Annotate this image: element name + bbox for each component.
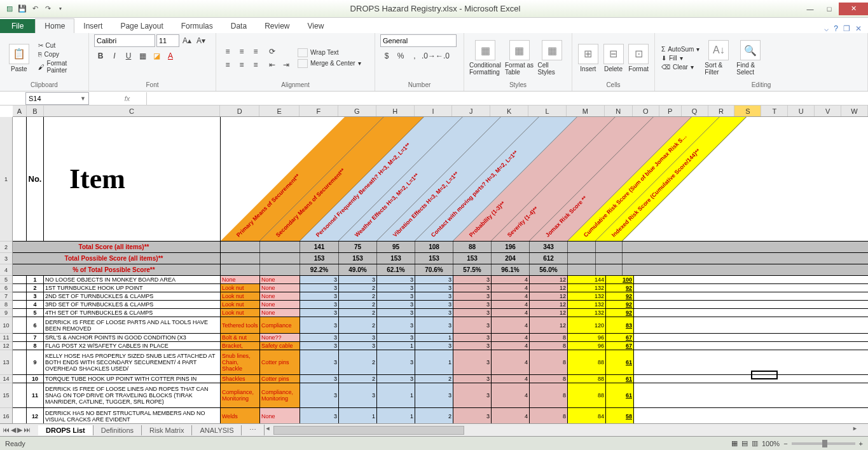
col-header-F[interactable]: F [300,106,338,116]
format-cells-button[interactable]: ⊡Format [628,44,649,72]
col-header-T[interactable]: T [761,106,788,116]
maximize-button[interactable]: □ [820,3,839,15]
col-header-I[interactable]: I [415,106,453,116]
tab-data[interactable]: Data [222,19,256,33]
table-row[interactable]: 6 DERRICK IS FREE OF LOOSE PARTS AND ALL… [13,317,868,334]
align-bottom-icon[interactable]: ≡ [249,45,262,58]
redo-icon[interactable]: ↷ [42,3,53,15]
close-button[interactable]: ✕ [839,3,868,15]
restore-window-icon[interactable]: ❐ [843,24,850,33]
row-header-15[interactable]: 15 [0,383,13,408]
row-header-13[interactable]: 13 [0,350,13,375]
row-header-2[interactable]: 2 [0,242,13,253]
format-painter-button[interactable]: 🖌Format Painter [37,59,83,74]
col-header-W[interactable]: W [841,106,868,116]
view-layout-icon[interactable]: ▤ [741,439,748,447]
number-format-select[interactable] [380,34,457,47]
close-workbook-icon[interactable]: ✕ [855,24,862,33]
minimize-ribbon-icon[interactable]: ⌵ [824,24,829,33]
tab-nav-prev-icon[interactable]: ◀ [11,426,16,434]
font-name-select[interactable] [94,34,155,47]
sort-filter-button[interactable]: A↓Sort & Filter [705,40,733,76]
minimize-button[interactable]: — [801,3,820,15]
col-header-M[interactable]: M [567,106,605,116]
tab-home[interactable]: Home [35,18,74,33]
tab-formulas[interactable]: Formulas [172,19,222,33]
row-header-12[interactable]: 12 [0,342,13,350]
col-header-P[interactable]: P [659,106,682,116]
table-row[interactable]: 3 2ND SET OF TURNBUCKLES & CLAMPS Look n… [13,292,868,301]
tab-page-layout[interactable]: Page Layout [111,19,172,33]
sheet-tab-new[interactable]: ⋯ [242,425,265,435]
row-header-10[interactable]: 10 [0,317,13,334]
row-header-6[interactable]: 6 [0,284,13,292]
sheet-tab-analysis[interactable]: ANALYSIS [192,425,242,435]
col-header-B[interactable]: B [27,106,44,116]
tab-review[interactable]: Review [256,19,298,33]
col-header-S[interactable]: S [734,106,761,116]
col-header-R[interactable]: R [708,106,735,116]
copy-button[interactable]: ⎘Copy [37,50,83,58]
sheet-tab-drops-list[interactable]: DROPS List [38,425,93,435]
col-header-N[interactable]: N [605,106,633,116]
row-header-7[interactable]: 7 [0,292,13,301]
save-icon[interactable]: 💾 [17,3,28,15]
formula-input[interactable] [146,92,868,105]
view-normal-icon[interactable]: ▦ [731,439,738,447]
row-header-1[interactable]: 1 [0,117,13,242]
fx-icon[interactable]: fx [108,95,146,102]
table-row[interactable]: 1 NO LOOSE OBJECTS IN MONKEY BOARD AREA … [13,276,868,284]
increase-decimal-icon[interactable]: .0→ [422,50,435,62]
undo-icon[interactable]: ↶ [29,3,41,15]
qat-dropdown-icon[interactable]: ▾ [55,3,66,15]
clear-button[interactable]: ⌫ Clear ▾ [660,63,701,71]
tab-nav-last-icon[interactable]: ⏭ [24,426,31,434]
fill-color-button[interactable]: ◪ [150,50,163,62]
table-row[interactable]: 5 4TH SET OF TURNBUCKLES & CLAMPS Look n… [13,309,868,317]
align-left-icon[interactable]: ≡ [221,58,234,71]
paste-button[interactable]: 📋Paste [5,44,33,72]
table-row[interactable]: 4 3RD SET OF TURNBUCKLES & CLAMPS Look n… [13,301,868,309]
table-row[interactable]: 11 DERRICK IS FREE OF LOOSE LINES AND RO… [13,383,868,408]
col-header-C[interactable]: C [44,106,220,116]
table-row[interactable]: 8 FLAG POST X2 W/SAFETY CABLES IN PLACE … [13,342,868,350]
decrease-indent-icon[interactable]: ⇤ [266,58,279,71]
name-box[interactable]: S14▼ [25,92,89,105]
sheet-tab-definitions[interactable]: Definitions [93,425,142,435]
col-header-K[interactable]: K [490,106,528,116]
align-right-icon[interactable]: ≡ [249,58,262,71]
italic-button[interactable]: I [108,50,121,62]
bold-button[interactable]: B [94,50,107,62]
font-color-button[interactable]: A [164,50,177,62]
row-header-11[interactable]: 11 [0,334,13,342]
font-size-select[interactable] [156,34,179,47]
align-top-icon[interactable]: ≡ [221,45,234,58]
zoom-out-icon[interactable]: − [783,440,787,447]
row-header-14[interactable]: 14 [0,375,13,383]
col-header-V[interactable]: V [815,106,841,116]
table-row[interactable]: 10 TORQUE TUBE HOOK UP POINT WITH COTTER… [13,375,868,383]
align-middle-icon[interactable]: ≡ [235,45,248,58]
tab-file[interactable]: File [0,19,35,33]
worksheet[interactable]: No. Item Primary Means of Securement**Se… [13,117,868,433]
col-header-L[interactable]: L [528,106,567,116]
col-header-A[interactable]: A [13,106,27,116]
underline-button[interactable]: U [122,50,135,62]
percent-icon[interactable]: % [394,50,407,62]
horizontal-scrollbar[interactable] [265,425,858,435]
tab-insert[interactable]: Insert [74,19,111,33]
table-row[interactable]: 2 1ST TURNBUCKLE HOOK UP POINT Look nut … [13,284,868,292]
merge-center-button[interactable]: Merge & Center ▾ [296,58,362,69]
fill-button[interactable]: ⬇ Fill ▾ [660,54,701,62]
col-header-E[interactable]: E [259,106,300,116]
col-header-U[interactable]: U [788,106,815,116]
row-header-16[interactable]: 16 [0,408,13,425]
align-center-icon[interactable]: ≡ [235,58,248,71]
zoom-in-icon[interactable]: + [859,440,863,447]
zoom-slider[interactable] [792,442,855,445]
col-header-O[interactable]: O [633,106,659,116]
conditional-formatting-button[interactable]: ▦Conditional Formatting [469,40,501,76]
row-header-3[interactable]: 3 [0,253,13,264]
help-icon[interactable]: ? [834,24,838,33]
col-header-Q[interactable]: Q [682,106,708,116]
